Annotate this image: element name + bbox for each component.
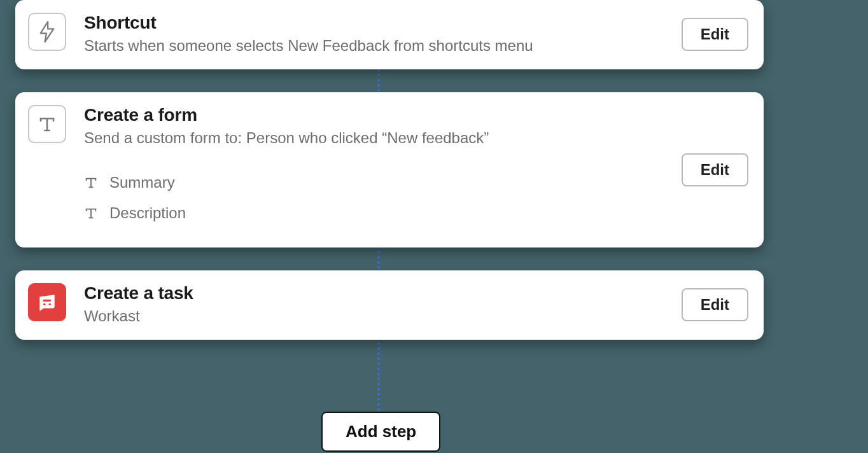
- step-title: Create a task: [84, 283, 669, 303]
- step-body: Shortcut Starts when someone selects New…: [84, 13, 669, 57]
- workast-icon: [28, 283, 66, 321]
- svg-point-2: [43, 303, 45, 305]
- form-fields: Summary Description: [84, 167, 669, 228]
- step-subtitle: Starts when someone selects New Feedback…: [84, 36, 669, 56]
- svg-marker-0: [41, 22, 53, 42]
- step-body: Create a task Workast: [84, 283, 669, 327]
- step-body: Create a form Send a custom form to: Per…: [84, 105, 669, 235]
- workflow-canvas: Shortcut Starts when someone selects New…: [0, 0, 868, 453]
- text-icon: [84, 176, 98, 190]
- step-title: Create a form: [84, 105, 669, 125]
- text-icon: [28, 105, 66, 143]
- svg-point-3: [49, 303, 51, 305]
- edit-button[interactable]: Edit: [682, 288, 748, 321]
- workflow-steps: Shortcut Starts when someone selects New…: [15, 0, 764, 340]
- step-title: Shortcut: [84, 13, 669, 33]
- step-subtitle: Workast: [84, 306, 669, 326]
- step-card-task: Create a task Workast Edit: [15, 270, 764, 340]
- add-step-button[interactable]: Add step: [321, 412, 440, 452]
- lightning-icon: [28, 13, 66, 51]
- field-label: Description: [109, 204, 186, 222]
- text-icon: [84, 206, 98, 220]
- svg-rect-1: [43, 300, 52, 302]
- edit-button[interactable]: Edit: [682, 153, 748, 186]
- step-card-shortcut: Shortcut Starts when someone selects New…: [15, 0, 764, 69]
- field-label: Summary: [109, 174, 175, 192]
- form-field-description: Description: [84, 198, 669, 228]
- edit-button[interactable]: Edit: [682, 18, 748, 51]
- step-subtitle: Send a custom form to: Person who clicke…: [84, 128, 669, 148]
- step-card-form: Create a form Send a custom form to: Per…: [15, 92, 764, 248]
- form-field-summary: Summary: [84, 167, 669, 198]
